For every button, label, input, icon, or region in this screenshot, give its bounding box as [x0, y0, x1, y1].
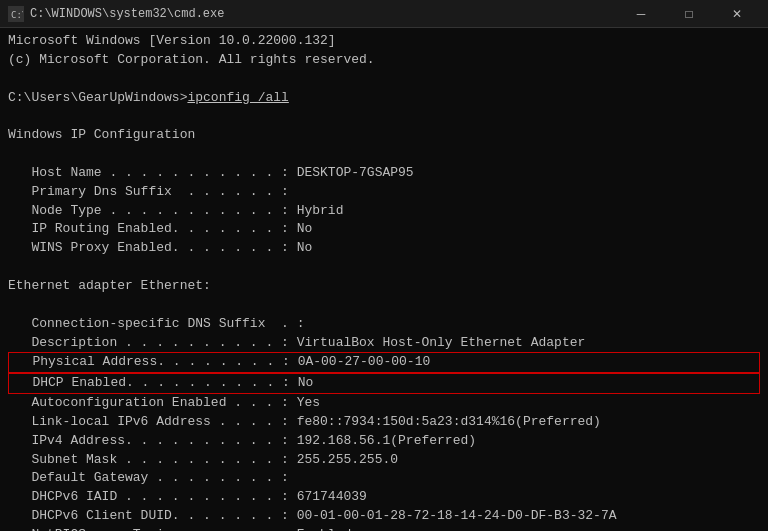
terminal-line: Primary Dns Suffix . . . . . . : — [8, 183, 760, 202]
terminal-line: Link-local IPv6 Address . . . . : fe80::… — [8, 413, 760, 432]
terminal-line: Host Name . . . . . . . . . . . : DESKTO… — [8, 164, 760, 183]
terminal-line: WINS Proxy Enabled. . . . . . . : No — [8, 239, 760, 258]
terminal-line: Description . . . . . . . . . . : Virtua… — [8, 334, 760, 353]
terminal-line: NetBIOS over Tcpip. . . . . . . : Enable… — [8, 526, 760, 531]
title-bar-left: C:\ C:\WINDOWS\system32\cmd.exe — [8, 6, 224, 22]
svg-text:C:\: C:\ — [11, 10, 23, 20]
terminal-line: Subnet Mask . . . . . . . . . . : 255.25… — [8, 451, 760, 470]
maximize-button[interactable]: □ — [666, 0, 712, 28]
physical-address-ethernet: Physical Address. . . . . . . . : 0A-00-… — [8, 352, 760, 373]
terminal-line: Connection-specific DNS Suffix . : — [8, 315, 760, 334]
terminal-line: (c) Microsoft Corporation. All rights re… — [8, 51, 760, 70]
terminal-line — [8, 107, 760, 126]
window-controls: ─ □ ✕ — [618, 0, 760, 28]
terminal-content: Microsoft Windows [Version 10.0.22000.13… — [0, 28, 768, 531]
dhcp-enabled-ethernet: DHCP Enabled. . . . . . . . . . : No — [8, 373, 760, 394]
terminal-line: DHCPv6 IAID . . . . . . . . . . : 671744… — [8, 488, 760, 507]
terminal-line — [8, 145, 760, 164]
terminal-line: IPv4 Address. . . . . . . . . . : 192.16… — [8, 432, 760, 451]
close-button[interactable]: ✕ — [714, 0, 760, 28]
terminal-line: Windows IP Configuration — [8, 126, 760, 145]
terminal-line: Node Type . . . . . . . . . . . : Hybrid — [8, 202, 760, 221]
terminal-line: Default Gateway . . . . . . . . : — [8, 469, 760, 488]
terminal-line — [8, 296, 760, 315]
prompt-line: C:\Users\GearUpWindows>ipconfig /all — [8, 89, 760, 108]
terminal-line — [8, 258, 760, 277]
terminal-line: IP Routing Enabled. . . . . . . : No — [8, 220, 760, 239]
terminal-line: DHCPv6 Client DUID. . . . . . . : 00-01-… — [8, 507, 760, 526]
terminal-line: Microsoft Windows [Version 10.0.22000.13… — [8, 32, 760, 51]
terminal-line: Autoconfiguration Enabled . . . : Yes — [8, 394, 760, 413]
window-title: C:\WINDOWS\system32\cmd.exe — [30, 7, 224, 21]
title-bar: C:\ C:\WINDOWS\system32\cmd.exe ─ □ ✕ — [0, 0, 768, 28]
cmd-icon: C:\ — [8, 6, 24, 22]
minimize-button[interactable]: ─ — [618, 0, 664, 28]
terminal-line: Ethernet adapter Ethernet: — [8, 277, 760, 296]
cmd-window: C:\ C:\WINDOWS\system32\cmd.exe ─ □ ✕ Mi… — [0, 0, 768, 531]
terminal-line — [8, 70, 760, 89]
